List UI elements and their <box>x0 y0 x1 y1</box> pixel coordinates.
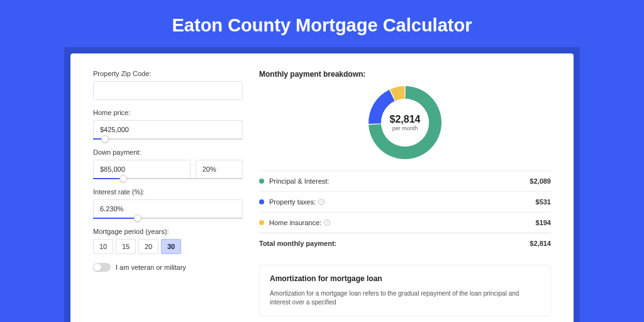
period-button-20[interactable]: 20 <box>138 239 158 254</box>
interest-group: Interest rate (%): <box>93 188 243 219</box>
help-icon[interactable]: ? <box>318 199 325 205</box>
legend-dot-icon <box>259 179 264 184</box>
period-group: Mortgage period (years): 10152030 <box>93 228 243 254</box>
home-price-label: Home price: <box>93 109 243 116</box>
legend-row: Property taxes:?$531 <box>259 191 551 212</box>
legend-row: Home insurance:?$194 <box>259 212 551 233</box>
donut-center: $2,814 per month <box>381 99 429 147</box>
help-icon[interactable]: ? <box>324 219 330 226</box>
veteran-toggle-row: I am veteran or military <box>93 263 243 272</box>
donut-wrap: $2,814 per month <box>259 85 551 160</box>
home-price-input[interactable] <box>93 120 243 139</box>
legend-label: Property taxes:? <box>269 198 536 206</box>
down-payment-slider[interactable] <box>93 178 243 179</box>
period-button-10[interactable]: 10 <box>93 239 113 254</box>
breakdown-title: Monthly payment breakdown: <box>259 70 551 79</box>
legend-value: $2,089 <box>530 177 551 185</box>
interest-label: Interest rate (%): <box>93 188 243 196</box>
period-button-15[interactable]: 15 <box>116 239 136 254</box>
down-payment-label: Down payment: <box>93 148 243 156</box>
veteran-toggle[interactable] <box>93 263 111 272</box>
amortization-title: Amortization for mortgage loan <box>270 274 540 283</box>
legend-value: $194 <box>536 219 551 226</box>
zip-group: Property Zip Code: <box>93 70 243 100</box>
home-price-group: Home price: <box>93 109 243 140</box>
calculator-card: Property Zip Code: Home price: Down paym… <box>70 53 574 322</box>
home-price-slider-thumb[interactable] <box>101 135 109 143</box>
legend-label: Principal & Interest: <box>269 177 530 185</box>
period-label: Mortgage period (years): <box>93 228 243 235</box>
period-button-30[interactable]: 30 <box>161 239 181 254</box>
interest-slider-thumb[interactable] <box>134 214 142 222</box>
total-row: Total monthly payment: $2,814 <box>259 233 551 253</box>
down-payment-pct-input[interactable] <box>196 160 243 179</box>
amortization-box: Amortization for mortgage loan Amortizat… <box>259 265 551 316</box>
calculator-frame: Property Zip Code: Home price: Down paym… <box>64 47 580 322</box>
down-payment-input[interactable] <box>93 160 191 179</box>
donut-amount: $2,814 <box>390 114 421 125</box>
interest-slider[interactable] <box>93 218 243 219</box>
total-value: $2,814 <box>530 240 551 247</box>
down-payment-slider-thumb[interactable] <box>119 175 127 182</box>
donut-sub: per month <box>392 125 418 131</box>
home-price-slider[interactable] <box>93 138 243 140</box>
zip-label: Property Zip Code: <box>93 70 243 77</box>
page-title: Eaton County Mortgage Calculator <box>0 0 644 47</box>
veteran-label: I am veteran or military <box>116 264 186 271</box>
donut-chart: $2,814 per month <box>367 85 443 160</box>
legend-row: Principal & Interest:$2,089 <box>259 170 551 191</box>
zip-input[interactable] <box>93 81 243 100</box>
amortization-text: Amortization for a mortgage loan refers … <box>270 289 540 307</box>
legend-label: Home insurance:? <box>269 219 536 226</box>
breakdown-column: Monthly payment breakdown: $2,814 per mo… <box>259 70 551 316</box>
interest-input[interactable] <box>93 199 243 218</box>
form-column: Property Zip Code: Home price: Down paym… <box>93 70 243 316</box>
legend-dot-icon <box>259 220 264 225</box>
total-label: Total monthly payment: <box>259 240 530 247</box>
legend-dot-icon <box>259 199 264 204</box>
down-payment-group: Down payment: <box>93 148 243 179</box>
legend-value: $531 <box>536 198 551 206</box>
